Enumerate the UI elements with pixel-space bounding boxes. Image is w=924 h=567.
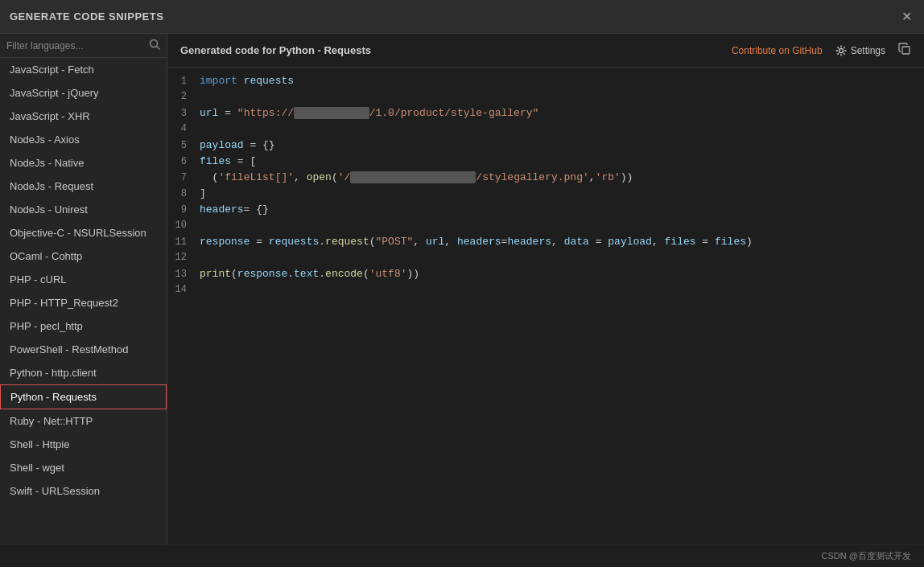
code-line: 8]	[167, 187, 924, 203]
copy-button[interactable]	[898, 43, 911, 58]
sidebar-item[interactable]: PHP - HTTP_Request2	[0, 291, 167, 314]
code-line: 4	[167, 122, 924, 138]
content-area: Generated code for Python - Requests Con…	[167, 34, 924, 544]
sidebar-item[interactable]: JavaScript - XHR	[0, 105, 167, 128]
line-number: 1	[167, 76, 200, 87]
line-number: 3	[167, 108, 200, 119]
line-content: headers= {}	[200, 203, 269, 216]
line-content: url = "https://████████████/1.0/product/…	[200, 107, 538, 119]
sidebar-item[interactable]: PowerShell - RestMethod	[0, 338, 167, 361]
line-number: 8	[167, 188, 200, 199]
settings-label: Settings	[851, 45, 885, 56]
sidebar-item[interactable]: OCaml - Cohttp	[0, 244, 167, 268]
header-title: GENERATE CODE SNIPPETS	[10, 10, 163, 23]
content-header: Generated code for Python - Requests Con…	[167, 34, 924, 68]
close-button[interactable]: ✕	[898, 9, 914, 25]
line-content: ]	[200, 187, 206, 199]
sidebar-item[interactable]: NodeJs - Native	[0, 151, 167, 175]
code-line: 6files = [	[167, 154, 924, 171]
main-layout: JavaScript - FetchJavaScript - jQueryJav…	[0, 34, 924, 544]
line-content: ('fileList[]', open('/██████████████████…	[200, 171, 633, 183]
content-actions: Contribute on GitHub Settings	[732, 43, 911, 58]
search-icon	[149, 39, 160, 52]
line-number: 4	[167, 123, 200, 134]
svg-line-1	[157, 47, 160, 50]
line-number: 5	[167, 140, 200, 151]
line-number: 12	[167, 252, 200, 263]
line-content: payload = {}	[200, 139, 275, 151]
code-line: 12	[167, 251, 924, 267]
copy-icon	[898, 43, 911, 55]
sidebar-item[interactable]: NodeJs - Request	[0, 175, 167, 198]
code-line: 14	[167, 283, 924, 299]
line-number: 10	[167, 220, 200, 231]
line-number: 11	[167, 236, 200, 248]
content-title: Generated code for Python - Requests	[180, 44, 371, 56]
sidebar-item[interactable]: JavaScript - jQuery	[0, 81, 167, 105]
content-title-prefix: Generated code for	[180, 44, 279, 56]
code-line: 2	[167, 90, 924, 106]
sidebar-item[interactable]: Python - http.client	[0, 361, 167, 384]
header: GENERATE CODE SNIPPETS ✕	[0, 0, 924, 34]
sidebar-item[interactable]: PHP - cURL	[0, 268, 167, 291]
line-content: import requests	[200, 75, 294, 87]
code-line: 7 ('fileList[]', open('/████████████████…	[167, 171, 924, 187]
code-line: 3url = "https://████████████/1.0/product…	[167, 106, 924, 122]
line-number: 14	[167, 284, 200, 295]
sidebar-item[interactable]: Ruby - Net::HTTP	[0, 409, 167, 433]
sidebar-item[interactable]: Swift - URLSession	[0, 479, 167, 503]
line-content: response = requests.request("POST", url,…	[200, 236, 753, 248]
code-line: 10	[167, 219, 924, 235]
code-line: 13print(response.text.encode('utf8'))	[167, 267, 924, 283]
footer: CSDN @百度测试开发	[0, 544, 924, 567]
line-number: 6	[167, 156, 200, 167]
line-content: files = [	[200, 155, 256, 167]
watermark: CSDN @百度测试开发	[822, 551, 911, 561]
sidebar: JavaScript - FetchJavaScript - jQueryJav…	[0, 34, 167, 544]
github-button[interactable]: Contribute on GitHub	[732, 45, 823, 56]
line-content: print(response.text.encode('utf8'))	[200, 268, 419, 280]
settings-button[interactable]: Settings	[835, 45, 885, 56]
sidebar-item[interactable]: JavaScript - Fetch	[0, 58, 167, 81]
code-line: 5payload = {}	[167, 138, 924, 154]
sidebar-item[interactable]: Objective-C - NSURLSession	[0, 221, 167, 244]
line-number: 2	[167, 91, 200, 102]
svg-rect-3	[902, 47, 910, 54]
svg-point-2	[839, 48, 843, 52]
sidebar-item[interactable]: PHP - pecl_http	[0, 314, 167, 338]
sidebar-item[interactable]: Shell - wget	[0, 456, 167, 479]
code-line: 9headers= {}	[167, 203, 924, 219]
sidebar-item[interactable]: Python - Requests	[0, 384, 167, 409]
sidebar-item[interactable]: NodeJs - Unirest	[0, 198, 167, 221]
filter-bar	[0, 34, 167, 58]
line-number: 9	[167, 204, 200, 216]
code-line: 1import requests	[167, 74, 924, 90]
line-number: 13	[167, 269, 200, 280]
code-line: 11response = requests.request("POST", ur…	[167, 235, 924, 251]
line-number: 7	[167, 172, 200, 183]
content-title-lang: Python - Requests	[279, 44, 371, 56]
gear-icon	[835, 45, 847, 56]
sidebar-item[interactable]: NodeJs - Axios	[0, 128, 167, 151]
filter-input[interactable]	[6, 40, 144, 51]
code-display: 1import requests23url = "https://███████…	[167, 68, 924, 544]
sidebar-item[interactable]: Shell - Httpie	[0, 433, 167, 456]
language-list: JavaScript - FetchJavaScript - jQueryJav…	[0, 58, 167, 544]
